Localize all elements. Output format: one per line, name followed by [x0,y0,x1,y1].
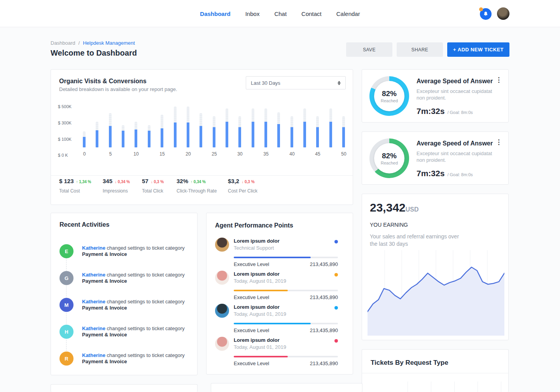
x-axis-label: 35 [260,151,272,157]
agent-progress-fill [234,290,288,291]
stat-label: Total Click [142,188,164,194]
bar-fill [303,122,306,147]
activity-item[interactable]: R Katherine changed settings to ticket c… [60,352,189,371]
organic-card-title: Organic Visits & Conversions [59,78,147,85]
speed-card-desc: Excepteur sint occaecat cupidatat non pr… [416,88,498,101]
trend-up-icon: ↑ 0,34 % [191,180,206,184]
nav-item-calendar[interactable]: Calendar [336,10,360,17]
bar-fill [109,126,112,147]
nav-item-contact[interactable]: Contact [301,10,322,17]
speed-goal: / Goal: 8m:0s [447,110,472,115]
speed-time: 7m:32s [416,107,444,116]
bar-fill [264,122,267,147]
organic-card-subtitle: Detailed breakdown is available on your … [59,86,177,92]
bar-fill [135,130,137,147]
status-dot [334,339,338,343]
trend-down-icon: ↓ 0,3 % [151,180,164,184]
agent-avatar [215,304,229,318]
bar-fill [187,122,189,147]
bar [277,112,280,147]
stats-divider [51,175,353,176]
tickets-card-title: Tickets By Request Type [371,359,448,367]
x-axis-label: 15 [156,151,168,157]
stat-impressions: 345 ↓ 0,34 % Impressions [103,178,130,194]
earnings-area-chart [368,250,504,336]
nav-item-dashboard[interactable]: Dashboard [200,10,230,17]
stat-cost-per-click: $3,2 ↓ 0,3 % Cost Per Click [228,178,257,194]
bar-fill [200,126,202,147]
bar-fill [226,122,228,147]
stat-value: 57 [142,178,149,184]
nav-item-inbox[interactable]: Inbox [245,10,260,17]
topbar: DashboardInboxChatContactCalendar [0,0,560,27]
agent-points: 213,435,890 [310,261,338,267]
activity-avatar: R [60,352,74,366]
save-button[interactable]: SAVE [346,42,392,57]
agent-name: Lorem ipsum dolor [234,304,280,310]
gridline [454,382,455,392]
agent-name: Lorem ipsum dolor [234,337,280,343]
activity-user[interactable]: Katherine [82,326,105,331]
period-select-value: Last 30 Days [251,80,280,86]
tickets-by-request-card: Tickets By Request Type [362,349,509,392]
activity-item[interactable]: M Katherine changed settings to ticket c… [60,298,189,317]
breadcrumb-dashboard[interactable]: Dashboard [51,40,75,46]
agent-row[interactable]: Lorem ipsum dolor Technical Support Exec… [215,238,338,269]
agent-row[interactable]: Lorem ipsum dolor Today, August 01, 2019… [215,271,338,302]
activity-user[interactable]: Katherine [82,272,105,278]
bar [290,116,293,147]
agent-subtitle: Today, August 01, 2019 [234,344,286,350]
activity-user[interactable]: Katherine [82,352,105,358]
activity-user[interactable]: Katherine [82,299,105,304]
earnings-card: 23,342 USD YOU EARNING Your sales and re… [362,194,509,340]
activity-item[interactable]: E Katherine changed settings to ticket c… [60,244,189,264]
bar-fill [122,131,124,147]
agent-row[interactable]: Lorem ipsum dolor Today, August 01, 2019… [215,337,338,368]
bar [264,108,267,147]
activity-item[interactable]: H Katherine changed settings to ticket c… [60,325,189,344]
activity-item[interactable]: G Katherine changed settings to ticket c… [60,271,189,290]
x-axis-label: 40 [286,151,298,157]
agent-progress-track [234,257,338,258]
bar-fill [290,127,293,147]
add-new-ticket-button[interactable]: + ADD NEW TICKET [447,42,509,57]
activity-user[interactable]: Katherine [82,245,105,251]
speed-card-title: Average Speed of Answer [416,140,493,147]
agent-progress-fill [234,257,311,258]
agent-level-row: Executive Level 213,435,890 [234,327,338,333]
stat-value: 32% [177,178,188,184]
agent-progress-fill [234,323,311,324]
notifications-button[interactable] [479,7,492,20]
breadcrumb-helpdesk-management[interactable]: Helpdesk Management [83,40,135,46]
agent-row[interactable]: Lorem ipsum dolor Today, August 01, 2019… [215,304,338,335]
user-avatar[interactable] [497,7,509,20]
kebab-menu-icon[interactable]: ⋮ [495,139,502,145]
agent-level-row: Executive Level 213,435,890 [234,360,338,366]
y-axis-label: $ 500K [58,104,77,109]
bar [174,107,177,147]
agent-name: Lorem ipsum dolor [234,271,280,277]
share-button[interactable]: SHARE [397,42,443,57]
donut-percent: 82% [382,89,397,98]
x-axis-label: 5 [105,151,116,157]
activity-target: Payment & Invoice [82,251,185,257]
bar [316,116,319,147]
agent-level-label: Executive Level [234,327,269,333]
period-select[interactable]: Last 30 Days [246,76,346,89]
agent-performance-card: Agent Performance Points Lorem ipsum dol… [206,213,353,374]
agent-subtitle: Technical Support [234,245,274,251]
activity-text: Katherine changed settings to ticket cat… [82,326,185,338]
y-axis-label: $ 300K [58,121,77,125]
speed-time: 7m:32s [416,169,444,178]
activity-text: Katherine changed settings to ticket cat… [82,352,185,365]
bar [342,116,345,147]
bar-fill [161,128,163,147]
recent-activities-title: Recent Activities [60,221,109,228]
speed-card-title: Average Speed of Answer [416,78,493,85]
bar [83,131,86,147]
stat-total-cost: $ 123 ↑ 1,34 % Total Cost [59,178,91,194]
nav-item-chat[interactable]: Chat [274,10,287,17]
bar [161,115,163,147]
kebab-menu-icon[interactable]: ⋮ [495,77,502,83]
agent-avatar [215,271,229,285]
